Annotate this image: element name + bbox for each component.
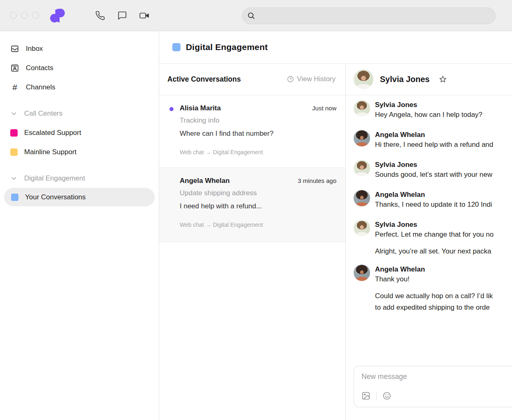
chevron-down-icon [10,110,18,117]
window-control-minimize[interactable] [21,12,28,19]
sidebar-item-label: Channels [26,83,55,91]
conversation-source: Web chat → Digital Engagement [180,221,336,228]
message: Angela Whelan Thanks, I need to update i… [354,190,512,210]
view-history-button[interactable]: View History [287,75,336,83]
view-history-label: View History [297,75,336,83]
sidebar-item-label: Inbox [26,45,43,53]
topbar [0,0,512,31]
clock-icon [287,75,294,83]
window-control-close[interactable] [10,12,17,19]
message-text: to add expedited shipping to the orde [375,302,493,313]
sidebar-item-inbox[interactable]: Inbox [0,39,159,58]
sidebar-item-your-conversations[interactable]: Your Conversations [4,188,155,206]
message-text: Thank you! [375,274,425,285]
conversation-name: Angela Whelan [180,177,230,185]
avatar [354,100,370,116]
app-window: Inbox Contacts # Channels Call Centers [0,0,512,420]
message-list: Sylvia Jones Hey Angela, how can I help … [346,95,512,366]
avatar [354,160,370,176]
message-continuation: Alright, you’re all set. Your next packa [354,245,512,257]
new-message-input[interactable] [361,372,512,381]
chat-header: Sylvia Jones [346,64,512,95]
conversation-name: Alisia Marita [180,104,221,112]
list-title: Active Conversations [167,75,241,84]
main-pane: Digital Engagement Active Conversations … [159,31,512,420]
star-icon[interactable] [439,75,447,84]
message: Sylvia Jones Sounds good, let’s start wi… [354,160,512,180]
divider [376,391,377,400]
message-continuation: Could we actually hop on a call? I’d lik… [354,290,512,313]
message: Angela Whelan Hi there, I need help with… [354,130,512,151]
conversation-list-header: Active Conversations View History [159,64,345,95]
conversation-item[interactable]: Alisia Marita Just now Tracking info Whe… [159,95,345,168]
phone-icon[interactable] [95,10,105,21]
message-sender: Sylvia Jones [375,220,494,229]
messages-icon[interactable] [117,10,128,21]
conversation-list: Active Conversations View History Alisia… [159,64,346,420]
global-search-input[interactable] [259,8,495,24]
page-title: Digital Engagement [186,42,268,52]
chevron-down-icon [10,175,18,182]
conversation-preview: I need help with a refund... [180,202,336,210]
conversation-subject: Update shipping address [180,189,336,197]
avatar [354,265,370,281]
sidebar-item-channels[interactable]: # Channels [0,78,159,97]
message-sender: Sylvia Jones [375,100,482,109]
composer-actions [361,391,512,400]
sidebar-section-digital-engagement[interactable]: Digital Engagement [0,169,159,188]
sidebar-item-escalated-support[interactable]: Escalated Support [0,123,159,142]
avatar [354,69,373,89]
conversation-time: Just now [312,105,336,112]
attach-image-icon[interactable] [361,391,370,400]
conversation-preview: Where can I find that number? [180,130,336,138]
video-call-icon[interactable] [139,10,150,21]
channel-color-swatch [172,43,181,51]
message-sender: Sylvia Jones [375,160,492,169]
sidebar-item-contacts[interactable]: Contacts [0,58,159,78]
sidebar-item-label: Mainline Support [24,148,77,156]
message: Angela Whelan Thank you! [354,265,512,285]
message-sender: Angela Whelan [375,265,425,274]
inbox-icon [10,44,19,53]
emoji-icon[interactable] [382,391,391,400]
section-label: Call Centers [24,110,63,118]
conversation-subject: Tracking info [180,116,336,125]
avatar [354,220,370,236]
message-text: Hey Angela, how can I help today? [375,109,482,121]
message-sender: Angela Whelan [375,190,492,199]
search-icon [247,11,256,20]
sidebar-item-mainline-support[interactable]: Mainline Support [0,142,159,162]
conversation-time: 3 minutes ago [298,177,336,184]
contacts-icon [10,64,19,73]
chat-contact-name: Sylvia Jones [380,75,430,84]
message-sender: Angela Whelan [375,130,493,139]
message-text: Perfect. Let me change that for you no [375,229,494,240]
dialpad-logo-icon [50,8,65,23]
message-text: Hi there, I need help with a refund and [375,139,493,151]
message: Sylvia Jones Perfect. Let me change that… [354,220,512,240]
window-controls [10,12,39,19]
topbar-actions [95,10,150,21]
window-control-maximize[interactable] [32,12,39,19]
sidebar-item-label: Your Conversations [25,193,86,201]
sidebar: Inbox Contacts # Channels Call Centers [0,31,159,420]
global-search[interactable] [242,7,496,24]
channel-color-swatch [11,194,18,201]
page-header: Digital Engagement [159,31,512,64]
channel-color-swatch [10,148,18,156]
message: Sylvia Jones Hey Angela, how can I help … [354,100,512,121]
hash-icon: # [10,83,19,92]
message-composer[interactable] [354,366,512,407]
sidebar-section-call-centers[interactable]: Call Centers [0,104,159,123]
chat-pane: Sylvia Jones Sylvia Jones Hey Angela, ho… [346,64,512,420]
section-label: Digital Engagement [24,174,85,183]
message-text: Alright, you’re all set. Your next packa [375,246,491,257]
sidebar-item-label: Escalated Support [24,129,81,137]
avatar [354,130,370,146]
avatar [354,190,370,206]
sidebar-item-label: Contacts [26,64,53,72]
message-text: Thanks, I need to update it to 120 Indi [375,199,492,210]
message-text: Sounds good, let’s start with your new [375,169,492,180]
message-text: Could we actually hop on a call? I’d lik [375,290,493,302]
conversation-item[interactable]: Angela Whelan 3 minutes ago Update shipp… [159,168,345,242]
